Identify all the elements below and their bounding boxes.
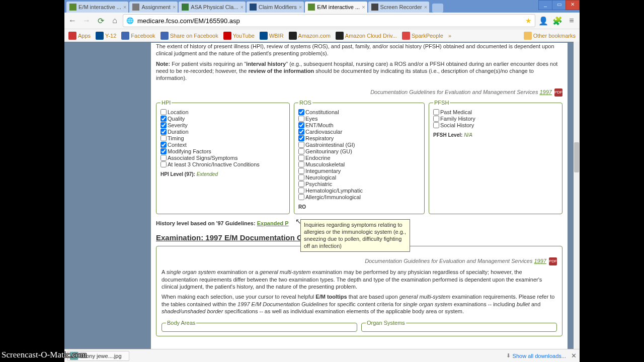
bookmark-label: WBIR [269,33,284,39]
pdf-icon[interactable]: PDF [554,88,562,97]
close-tab-icon[interactable]: × [362,4,365,10]
ros-fieldset: ROS ConstitutionalEyesENT/MouthCardiovas… [294,100,425,214]
bookmarks-overflow[interactable]: » [446,32,453,40]
hpi-checkbox[interactable] [160,155,167,161]
hpi-row: Severity [160,122,285,128]
browser-tab-4-active[interactable]: E/M interactive ... × [305,2,367,13]
ros-checkbox[interactable] [298,188,304,194]
extension-icon-1[interactable]: 👤 [537,15,549,27]
back-icon[interactable]: ← [66,15,78,27]
ros-checkbox[interactable] [298,168,304,174]
ros-checkbox[interactable] [298,174,304,180]
close-tab-icon[interactable]: × [173,4,176,10]
bookmark-star-icon[interactable]: ★ [525,17,532,25]
intro-text: The extent of history of present illness… [156,43,562,57]
window-controls: _ ▭ ✕ [539,0,580,9]
bookmark-sparkpeople[interactable]: SparkPeople [400,31,445,41]
exam-paragraph-1: A single organ system examination or a g… [162,268,557,290]
hpi-checkbox[interactable] [160,129,167,135]
ros-row: Allergic/Immunological [298,194,420,200]
bookmark-youtube[interactable]: YouTube [221,31,257,41]
pfsh-checkbox[interactable] [433,122,439,128]
close-tab-icon[interactable]: × [424,4,427,10]
doc-1997-link-2[interactable]: 1997 [534,258,546,264]
bookmark-wbir[interactable]: WBIR [258,31,286,41]
hpi-checkbox[interactable] [160,161,167,167]
hpi-label: At least 3 Chronic/Inactive Conditions [168,161,260,167]
window-minimize[interactable]: _ [538,0,552,10]
body-organ-row: Body Areas Organ Systems [162,320,557,332]
browser-tab-3[interactable]: Claim Modifiers × [247,2,304,13]
doc-1997-link[interactable]: 1997 [539,89,551,95]
pdf-icon[interactable]: PDF [549,257,557,265]
ros-checkbox[interactable] [298,155,304,161]
hpi-checkbox[interactable] [160,148,167,154]
bookmark-share-facebook[interactable]: Share on Facebook [158,31,220,41]
show-all-downloads-link[interactable]: Show all downloads... [513,353,566,359]
hpi-legend: HPI [160,100,172,106]
youtube-icon [223,32,231,40]
ros-label: Respiratory [305,135,334,141]
scrollbar-thumb[interactable] [574,142,579,172]
ros-checkbox[interactable] [298,129,304,135]
browser-tab-2[interactable]: ASA Physical Cla... × [179,2,246,13]
close-tab-icon[interactable]: × [299,4,302,10]
organ-systems-fieldset: Organ Systems [361,320,557,332]
ros-row: Eyes [298,116,420,122]
hpi-checkbox[interactable] [160,116,167,122]
ros-checkbox[interactable] [298,122,304,128]
ros-row: Constitutional [298,109,420,115]
browser-tab-1[interactable]: Assignment × [129,2,178,13]
address-bar[interactable]: 🌐 ★ [123,14,535,27]
note-paragraph: Note: For patient visits requiring an "i… [156,60,562,82]
home-icon[interactable]: ⌂ [109,15,121,27]
content-viewport: The extent of history of present illness… [64,42,574,349]
pfsh-row: Past Medical [433,109,558,115]
window-close[interactable]: ✕ [566,0,580,10]
ros-checkbox[interactable] [298,161,304,167]
new-tab-button[interactable] [432,4,443,13]
hpi-checkbox[interactable] [160,122,167,128]
ros-checkbox[interactable] [298,194,304,200]
body-areas-legend: Body Areas [166,320,196,326]
bookmark-apps[interactable]: Apps [66,31,93,41]
bookmark-y12[interactable]: Y-12 [94,31,118,41]
hpi-checkbox[interactable] [160,142,167,148]
bookmark-label: Amazon Cloud Driv... [345,33,397,39]
reload-icon[interactable]: ⟳ [95,15,107,27]
ros-checkbox[interactable] [298,109,304,115]
pfsh-level: PFSH Level: N/A [433,132,558,138]
ros-row: Hematologic/Lymphatic [298,188,420,194]
close-tab-icon[interactable]: × [123,4,126,10]
ros-checkbox[interactable] [298,135,304,141]
forward-icon[interactable]: → [80,15,93,27]
extension-icon-2[interactable]: 🧩 [551,15,564,27]
browser-tab-0[interactable]: E/M interactive ... × [66,2,128,13]
other-bookmarks[interactable]: Other bookmarks [522,31,578,41]
ros-checkbox[interactable] [298,142,304,148]
bookmark-label: Share on Facebook [170,33,218,39]
ros-checkbox[interactable] [298,116,304,122]
browser-tab-5[interactable]: Screen Recorder × [368,2,430,13]
window-maximize[interactable]: ▭ [552,0,566,10]
url-input[interactable] [136,17,525,25]
hpi-checkbox[interactable] [160,109,167,115]
downloads-close-icon[interactable]: ✕ [571,352,577,359]
bookmark-amazon-cloud[interactable]: Amazon Cloud Driv... [334,31,399,41]
doc-guidelines-text: Documentation Guidelines for Evaluation … [365,258,534,264]
ros-label: Constitutional [305,109,339,115]
ros-label: Musculoskeletal [305,161,345,167]
hpi-row: Timing [160,135,285,141]
menu-icon[interactable]: ≡ [566,15,578,27]
vertical-scrollbar[interactable] [574,42,580,349]
pfsh-checkbox[interactable] [433,109,439,115]
history-level-label: History level based on '97 Guidelines: [156,220,257,226]
hpi-checkbox[interactable] [160,135,167,141]
ros-checkbox[interactable] [298,148,304,154]
close-tab-icon[interactable]: × [240,4,244,10]
ros-checkbox[interactable] [298,181,304,187]
history-level-link[interactable]: Expanded P [257,220,289,226]
bookmark-amazon[interactable]: Amazon.com [287,31,333,41]
bookmark-facebook[interactable]: Facebook [119,31,157,41]
pfsh-checkbox[interactable] [433,116,439,122]
